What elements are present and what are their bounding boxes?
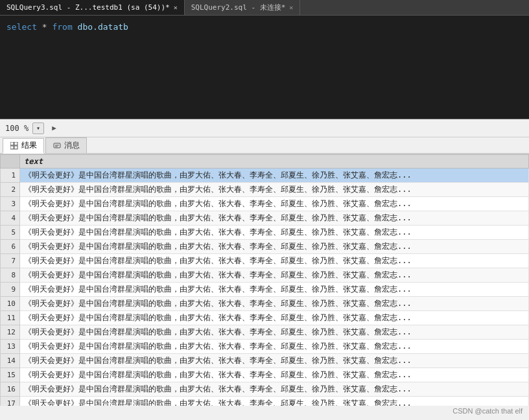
tab-label-sqlquery2: SQLQuery2.sql - 未连接* <box>191 3 286 12</box>
col-header-text: text <box>20 155 529 169</box>
results-tab-label: 结果 <box>21 140 37 151</box>
tab-results[interactable]: 结果 <box>3 138 44 154</box>
cell-text: 《明天会更好》是中国台湾群星演唱的歌曲，由罗大佑、张大春、李寿全、邱夏生、徐乃胜… <box>20 183 529 197</box>
table-row[interactable]: 15《明天会更好》是中国台湾群星演唱的歌曲，由罗大佑、张大春、李寿全、邱夏生、徐… <box>1 368 529 382</box>
table-row[interactable]: 8《明天会更好》是中国台湾群星演唱的歌曲，由罗大佑、张大春、李寿全、邱夏生、徐乃… <box>1 268 529 283</box>
svg-rect-2 <box>10 146 14 149</box>
table-row[interactable]: 3《明天会更好》是中国台湾群星演唱的歌曲，由罗大佑、张大春、李寿全、邱夏生、徐乃… <box>1 197 529 211</box>
results-tab-bar: 结果 消息 <box>0 137 529 154</box>
table-row[interactable]: 16《明天会更好》是中国台湾群星演唱的歌曲，由罗大佑、张大春、李寿全、邱夏生、徐… <box>1 382 529 397</box>
cell-rownum: 6 <box>1 240 20 254</box>
cell-rownum: 8 <box>1 268 20 283</box>
table-row[interactable]: 13《明天会更好》是中国台湾群星演唱的歌曲，由罗大佑、张大春、李寿全、邱夏生、徐… <box>1 340 529 354</box>
cell-rownum: 3 <box>1 197 20 211</box>
toolbar-row: 100 % ▾ ▶ <box>0 119 529 137</box>
table-row[interactable]: 9《明天会更好》是中国台湾群星演唱的歌曲，由罗大佑、张大春、李寿全、邱夏生、徐乃… <box>1 283 529 297</box>
zoom-dropdown-btn[interactable]: ▾ <box>32 122 44 134</box>
tab-sqlquery2[interactable]: SQLQuery2.sql - 未连接* ✕ <box>185 0 301 15</box>
cell-text: 《明天会更好》是中国台湾群星演唱的歌曲，由罗大佑、张大春、李寿全、邱夏生、徐乃胜… <box>20 240 529 254</box>
cell-rownum: 14 <box>1 354 20 368</box>
cell-rownum: 16 <box>1 382 20 397</box>
cell-text: 《明天会更好》是中国台湾群星演唱的歌曲，由罗大佑、张大春、李寿全、邱夏生、徐乃胜… <box>20 226 529 240</box>
watermark: CSDN @catch that elf <box>453 407 523 415</box>
cell-rownum: 2 <box>1 183 20 197</box>
close-tab-sqlquery2[interactable]: ✕ <box>289 4 293 11</box>
results-grid-icon <box>10 141 19 150</box>
cell-text: 《明天会更好》是中国台湾群星演唱的歌曲，由罗大佑、张大春、李寿全、邱夏生、徐乃胜… <box>20 354 529 368</box>
table-row[interactable]: 7《明天会更好》是中国台湾群星演唱的歌曲，由罗大佑、张大春、李寿全、邱夏生、徐乃… <box>1 254 529 268</box>
cell-rownum: 4 <box>1 211 20 226</box>
cell-text: 《明天会更好》是中国台湾群星演唱的歌曲，由罗大佑、张大春、李寿全、邱夏生、徐乃胜… <box>20 268 529 283</box>
cell-text: 《明天会更好》是中国台湾群星演唱的歌曲，由罗大佑、张大春、李寿全、邱夏生、徐乃胜… <box>20 382 529 397</box>
cell-rownum: 11 <box>1 311 20 325</box>
table-row[interactable]: 12《明天会更好》是中国台湾群星演唱的歌曲，由罗大佑、张大春、李寿全、邱夏生、徐… <box>1 325 529 340</box>
cell-rownum: 12 <box>1 325 20 340</box>
svg-rect-1 <box>14 142 18 145</box>
exec-icon[interactable]: ▶ <box>52 124 56 132</box>
table-row[interactable]: 4《明天会更好》是中国台湾群星演唱的歌曲，由罗大佑、张大春、李寿全、邱夏生、徐乃… <box>1 211 529 226</box>
cell-text: 《明天会更好》是中国台湾群星演唱的歌曲，由罗大佑、张大春、李寿全、邱夏生、徐乃胜… <box>20 311 529 325</box>
tab-label-sqlquery3: SQLQuery3.sql - Z...testdb1 (sa (54))* <box>6 3 170 12</box>
results-container[interactable]: text 1《明天会更好》是中国台湾群星演唱的歌曲，由罗大佑、张大春、李寿全、邱… <box>0 154 529 406</box>
table-row[interactable]: 11《明天会更好》是中国台湾群星演唱的歌曲，由罗大佑、张大春、李寿全、邱夏生、徐… <box>1 311 529 325</box>
cell-text: 《明天会更好》是中国台湾群星演唱的歌曲，由罗大佑、张大春、李寿全、邱夏生、徐乃胜… <box>20 254 529 268</box>
cell-rownum: 9 <box>1 283 20 297</box>
cell-rownum: 15 <box>1 368 20 382</box>
cell-text: 《明天会更好》是中国台湾群星演唱的歌曲，由罗大佑、张大春、李寿全、邱夏生、徐乃胜… <box>20 325 529 340</box>
svg-rect-0 <box>10 142 14 145</box>
col-header-rownum <box>1 155 20 169</box>
zoom-label: 100 % <box>5 124 29 133</box>
cell-rownum: 5 <box>1 226 20 240</box>
editor-area[interactable]: select * from dbo.datatb <box>0 16 529 119</box>
cell-rownum: 13 <box>1 340 20 354</box>
cell-text: 《明天会更好》是中国台湾群星演唱的歌曲，由罗大佑、张大春、李寿全、邱夏生、徐乃胜… <box>20 368 529 382</box>
cell-rownum: 7 <box>1 254 20 268</box>
cell-text: 《明天会更好》是中国台湾群星演唱的歌曲，由罗大佑、张大春、李寿全、邱夏生、徐乃胜… <box>20 169 529 183</box>
tab-messages[interactable]: 消息 <box>45 137 87 153</box>
close-tab-sqlquery3[interactable]: ✕ <box>174 4 178 11</box>
cell-text: 《明天会更好》是中国台湾群星演唱的歌曲，由罗大佑、张大春、李寿全、邱夏生、徐乃胜… <box>20 211 529 226</box>
messages-icon <box>53 141 62 150</box>
table-row[interactable]: 14《明天会更好》是中国台湾群星演唱的歌曲，由罗大佑、张大春、李寿全、邱夏生、徐… <box>1 354 529 368</box>
table-row[interactable]: 2《明天会更好》是中国台湾群星演唱的歌曲，由罗大佑、张大春、李寿全、邱夏生、徐乃… <box>1 183 529 197</box>
tab-bar: SQLQuery3.sql - Z...testdb1 (sa (54))* ✕… <box>0 0 529 16</box>
results-table: text 1《明天会更好》是中国台湾群星演唱的歌曲，由罗大佑、张大春、李寿全、邱… <box>0 154 529 406</box>
cell-rownum: 17 <box>1 397 20 406</box>
cell-rownum: 10 <box>1 297 20 311</box>
cell-text: 《明天会更好》是中国台湾群星演唱的歌曲，由罗大佑、张大春、李寿全、邱夏生、徐乃胜… <box>20 297 529 311</box>
table-row[interactable]: 1《明天会更好》是中国台湾群星演唱的歌曲，由罗大佑、张大春、李寿全、邱夏生、徐乃… <box>1 169 529 183</box>
messages-tab-label: 消息 <box>64 140 80 151</box>
cell-text: 《明天会更好》是中国台湾群星演唱的歌曲，由罗大佑、张大春、李寿全、邱夏生、徐乃胜… <box>20 197 529 211</box>
cell-text: 《明天会更好》是中国台湾群星演唱的歌曲，由罗大佑、张大春、李寿全、邱夏生、徐乃胜… <box>20 397 529 406</box>
cell-text: 《明天会更好》是中国台湾群星演唱的歌曲，由罗大佑、张大春、李寿全、邱夏生、徐乃胜… <box>20 283 529 297</box>
tab-sqlquery3[interactable]: SQLQuery3.sql - Z...testdb1 (sa (54))* ✕ <box>0 0 185 15</box>
cell-rownum: 1 <box>1 169 20 183</box>
table-row[interactable]: 17《明天会更好》是中国台湾群星演唱的歌曲，由罗大佑、张大春、李寿全、邱夏生、徐… <box>1 397 529 406</box>
svg-rect-3 <box>14 146 18 149</box>
table-row[interactable]: 6《明天会更好》是中国台湾群星演唱的歌曲，由罗大佑、张大春、李寿全、邱夏生、徐乃… <box>1 240 529 254</box>
table-row[interactable]: 10《明天会更好》是中国台湾群星演唱的歌曲，由罗大佑、张大春、李寿全、邱夏生、徐… <box>1 297 529 311</box>
table-row[interactable]: 5《明天会更好》是中国台湾群星演唱的歌曲，由罗大佑、张大春、李寿全、邱夏生、徐乃… <box>1 226 529 240</box>
cell-text: 《明天会更好》是中国台湾群星演唱的歌曲，由罗大佑、张大春、李寿全、邱夏生、徐乃胜… <box>20 340 529 354</box>
